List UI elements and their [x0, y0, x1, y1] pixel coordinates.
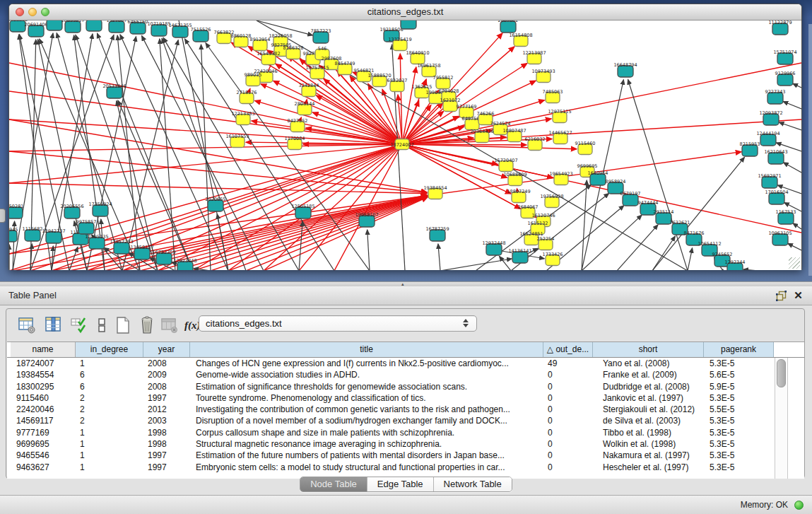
table-cell: 5.3E-5 — [704, 415, 774, 426]
table-cell: 1997 — [143, 392, 190, 404]
background-window-sliver — [808, 24, 812, 276]
panel-collapse-handle[interactable] — [0, 209, 6, 223]
graph-node-label: 12093872 — [759, 110, 782, 116]
table-row[interactable]: 1456911722003Disruption of a novel membe… — [11, 415, 804, 426]
table-row[interactable]: 1938455462009Genome-wide association stu… — [11, 369, 804, 380]
column-header-out_de[interactable]: △ out_de... — [543, 342, 593, 357]
close-window-button[interactable] — [16, 8, 24, 16]
graph-node-label: 746266 — [477, 111, 495, 117]
graph-node-label: 3624574 — [490, 121, 511, 127]
node-table: namein_degreeyeartitle△ out_de...shortpa… — [7, 341, 804, 479]
graph-node-label: 12923448 — [173, 258, 196, 264]
graph-node-label: 18640910 — [406, 50, 429, 56]
graph-edge — [206, 43, 370, 270]
graph-node-label: 12505185 — [291, 204, 314, 209]
new-table-icon[interactable] — [114, 316, 132, 334]
graph-node-label: 16782759 — [152, 250, 175, 255]
graph-node-label: 8860128 — [231, 33, 252, 39]
table-cell: 5.3E-5 — [704, 450, 774, 461]
zoom-window-button[interactable] — [41, 8, 49, 16]
column-header-name[interactable]: name — [11, 342, 76, 357]
close-panel-icon[interactable]: ✕ — [793, 290, 804, 301]
column-header-year[interactable]: year — [143, 342, 190, 357]
graph-node-label: 10853257 — [82, 21, 105, 22]
graph-node[interactable] — [47, 21, 62, 30]
graph-node-label: 16543382 — [257, 51, 280, 57]
float-window-icon[interactable] — [776, 291, 787, 301]
resize-grip-icon[interactable] — [789, 257, 800, 269]
table-row[interactable]: 977716911998Corpus callosum shape and si… — [11, 427, 804, 438]
tab-network-table[interactable]: Network Table — [434, 477, 512, 491]
table-row[interactable]: 1830029562008Estimation of significance … — [11, 381, 804, 392]
minimize-window-button[interactable] — [28, 8, 37, 16]
table-row[interactable]: 1872400712008Changes of HCN gene express… — [11, 358, 804, 369]
table-cell: 2 — [76, 404, 143, 415]
table-panel-body: f(x) citations_edges.txt namein_degreeye… — [0, 305, 812, 495]
network-window[interactable]: citations_edges.txt 24055722069140615575… — [8, 4, 802, 270]
delete-column-icon[interactable] — [138, 316, 156, 334]
table-row[interactable]: 946362711997Embryonic stem cells: a mode… — [11, 462, 804, 473]
graph-node-label: 10973493 — [531, 69, 555, 74]
table-cell: 1998 — [143, 438, 190, 450]
rows-icon[interactable] — [93, 316, 111, 334]
graph-node-label: 1621072 — [440, 98, 461, 103]
table-cell: 0 — [543, 438, 593, 450]
graph-node[interactable] — [86, 21, 102, 31]
column-header-in_degree[interactable]: in_degree — [76, 342, 143, 357]
table-cell: Jankovic et al. (1997) — [593, 392, 704, 404]
column-visibility-icon[interactable] — [45, 316, 63, 334]
pane-splitter[interactable]: ▴ — [0, 281, 812, 286]
column-header-pagerank[interactable]: pagerank — [704, 342, 774, 357]
network-window-title: citations_edges.txt — [9, 4, 801, 19]
graph-edge — [779, 122, 801, 130]
graph-node-label: 252254 — [537, 236, 555, 242]
table-panel-inner: f(x) citations_edges.txt namein_degreeye… — [6, 308, 805, 479]
graph-node-label: 8454749 — [335, 61, 355, 66]
table-cell: 0 — [543, 450, 593, 461]
graph-node-label: 1733426 — [543, 252, 563, 257]
graph-node-label: 13958107 — [130, 245, 153, 250]
table-cell: Tibbo et al. (1998) — [593, 427, 704, 438]
tab-node-table[interactable]: Node Table — [300, 477, 367, 491]
delete-table-icon[interactable] — [160, 316, 179, 334]
network-table-select[interactable]: citations_edges.txt — [199, 315, 477, 332]
graph-node-label: 9777169 — [457, 104, 477, 110]
new-column-icon[interactable] — [18, 316, 36, 334]
table-row[interactable]: 2242004622012Investigating the contribut… — [11, 404, 804, 415]
network-canvas[interactable]: 2405572206914061557520108532171085325715… — [9, 21, 801, 270]
table-cell: 1 — [76, 438, 143, 450]
graph-node-label: 12942737 — [42, 228, 65, 234]
table-cell: 1998 — [143, 427, 190, 438]
column-header-title[interactable]: title — [190, 342, 543, 357]
table-row[interactable]: 969969511998Structural magnetic resonanc… — [11, 438, 804, 450]
table-cell: 0 — [543, 369, 593, 380]
table-cell: 2003 — [143, 415, 190, 426]
citation-network-graph: 2405572206914061557520108532171085325715… — [9, 21, 801, 270]
network-window-titlebar[interactable]: citations_edges.txt — [9, 4, 801, 21]
graph-node[interactable] — [401, 21, 416, 29]
table-row[interactable]: 911546021997Tourette syndrome. Phenomeno… — [11, 392, 804, 404]
splitter-collapse-icon[interactable]: ▴ — [401, 281, 404, 286]
column-header-short[interactable]: short — [593, 342, 704, 357]
table-cell: de Silva et al. (2003) — [593, 415, 704, 426]
table-tabs: Node TableEdge TableNetwork Table — [300, 477, 512, 492]
graph-edge — [160, 39, 175, 270]
tab-edge-table[interactable]: Edge Table — [367, 477, 434, 491]
table-row[interactable]: 946554611997Estimation of the future num… — [11, 450, 804, 461]
table-cell: 5.9E-5 — [704, 381, 774, 392]
scrollbar-thumb[interactable] — [777, 359, 786, 387]
graph-node-label: 8427552 — [288, 118, 308, 124]
graph-edge — [402, 144, 801, 233]
graph-node-label: 18807249 — [507, 189, 530, 194]
graph-edge — [69, 195, 427, 270]
graph-node-label: 16210643 — [764, 149, 787, 155]
graph-node-label: 14136141 — [508, 248, 531, 254]
vertical-scrollbar[interactable] — [775, 358, 788, 479]
graph-node-label: 12444194 — [756, 131, 779, 136]
table-cell: Dudbridge et al. (2008) — [593, 381, 704, 392]
graph-node-label: 12975115 — [548, 109, 571, 115]
graph-edge — [793, 83, 801, 88]
select-columns-icon[interactable] — [70, 316, 88, 334]
table-cell: 5.3E-5 — [704, 358, 774, 369]
graph-node-label: 17957253 — [110, 239, 133, 245]
